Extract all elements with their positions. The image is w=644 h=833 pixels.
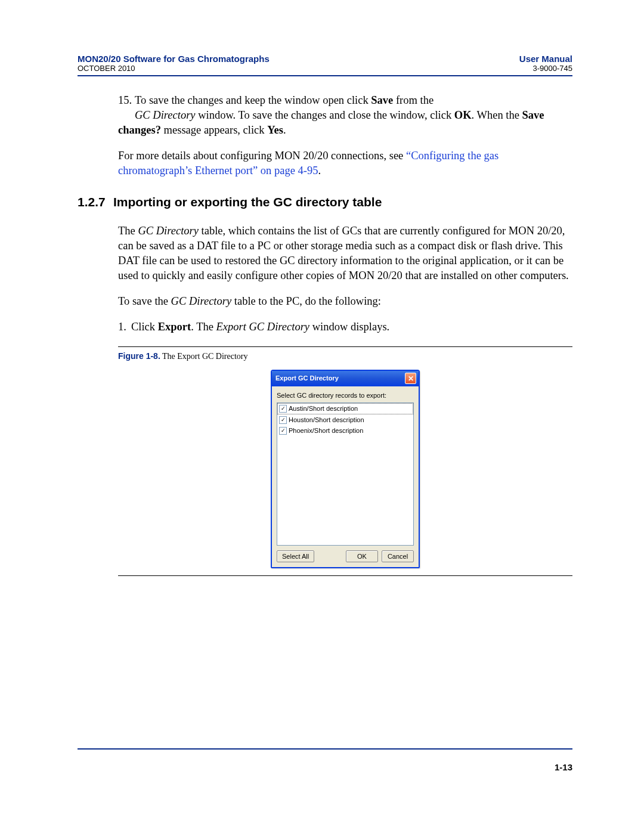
select-all-button[interactable]: Select All — [277, 550, 314, 562]
text: message appears, click — [161, 124, 267, 136]
figure-label: Figure 1-8. — [118, 351, 160, 361]
checkbox-icon[interactable]: ✓ — [279, 416, 287, 424]
list-item-label: Austin/Short description — [289, 404, 358, 413]
list-item[interactable]: ✓ Phoenix/Short description — [277, 425, 413, 436]
header-left: MON20/20 Software for Gas Chromatographs… — [78, 54, 270, 73]
list-item[interactable]: ✓ Austin/Short description — [277, 403, 413, 414]
dialog-prompt: Select GC directory records to export: — [277, 391, 414, 400]
text: from the — [393, 94, 434, 106]
text: For more details about configuring MON 2… — [118, 150, 406, 162]
text: To save the — [118, 295, 171, 307]
figure-title: The Export GC Directory — [162, 352, 247, 361]
paragraph-intro: The GC Directory table, which contains t… — [118, 224, 572, 283]
checkbox-icon[interactable]: ✓ — [279, 427, 287, 435]
figure-caption: Figure 1-8. The Export GC Directory — [118, 351, 572, 363]
doc-date: OCTOBER 2010 — [78, 64, 270, 73]
ok-button[interactable]: OK — [346, 550, 378, 562]
text: . — [283, 124, 286, 136]
doc-code: 3-9000-745 — [519, 64, 572, 73]
records-listbox[interactable]: ✓ Austin/Short description ✓ Houston/Sho… — [277, 402, 414, 546]
text-line2: GC Directory window. To save the changes… — [118, 109, 544, 136]
footer-rule — [78, 748, 572, 750]
italic: Export GC Directory — [216, 321, 310, 333]
list-item-label: Phoenix/Short description — [289, 426, 363, 435]
bold: OK — [454, 109, 472, 121]
checkbox-icon[interactable]: ✓ — [279, 405, 287, 413]
paragraph-more-details: For more details about configuring MON 2… — [118, 148, 572, 178]
list-item-label: Houston/Short description — [289, 416, 364, 425]
page: MON20/20 Software for Gas Chromatographs… — [0, 0, 644, 833]
italic: GC Directory — [135, 109, 196, 121]
close-icon[interactable]: ✕ — [405, 373, 416, 384]
page-number: 1-13 — [555, 762, 572, 772]
cancel-button[interactable]: Cancel — [382, 550, 414, 562]
bold: Export — [158, 321, 191, 333]
section-number: 1.2.7 — [78, 194, 113, 210]
list-item[interactable]: ✓ Houston/Short description — [277, 414, 413, 426]
body: 15.To save the changes and keep the wind… — [78, 93, 572, 576]
doc-title: MON20/20 Software for Gas Chromatographs — [78, 54, 270, 64]
header-right: User Manual 3-9000-745 — [519, 54, 572, 73]
text: To save the changes and keep the window … — [135, 94, 371, 106]
text: Click — [131, 321, 158, 333]
text: window. To save the changes and close th… — [196, 109, 454, 121]
bold: Save — [371, 94, 393, 106]
italic: GC Directory — [138, 225, 199, 237]
doc-type: User Manual — [519, 54, 572, 64]
text: The — [118, 225, 138, 237]
italic: GC Directory — [171, 295, 232, 307]
step-number: 1. — [118, 320, 131, 335]
dialog-titlebar[interactable]: Export GC Directory ✕ — [272, 371, 419, 386]
step-15: 15.To save the changes and keep the wind… — [118, 93, 572, 138]
step-number: 15. — [118, 93, 135, 108]
dialog-body: Select GC directory records to export: ✓… — [272, 386, 419, 567]
bold: Yes — [267, 124, 283, 136]
section-title: Importing or exporting the GC directory … — [113, 195, 382, 209]
figure-1-8: Figure 1-8. The Export GC Directory Expo… — [118, 346, 572, 576]
text: window displays. — [309, 321, 389, 333]
export-gc-directory-dialog: Export GC Directory ✕ Select GC director… — [271, 370, 420, 568]
text: . — [318, 165, 321, 176]
text: . When the — [472, 109, 522, 121]
text: table to the PC, do the following: — [231, 295, 381, 307]
paragraph-save: To save the GC Directory table to the PC… — [118, 294, 572, 309]
page-header: MON20/20 Software for Gas Chromatographs… — [78, 54, 572, 76]
step-1: 1.Click Export. The Export GC Directory … — [118, 320, 572, 335]
text: . The — [191, 321, 216, 333]
dialog-title: Export GC Directory — [275, 374, 339, 383]
section-heading: 1.2.7Importing or exporting the GC direc… — [78, 194, 572, 210]
dialog-button-row: Select All OK Cancel — [277, 546, 414, 562]
